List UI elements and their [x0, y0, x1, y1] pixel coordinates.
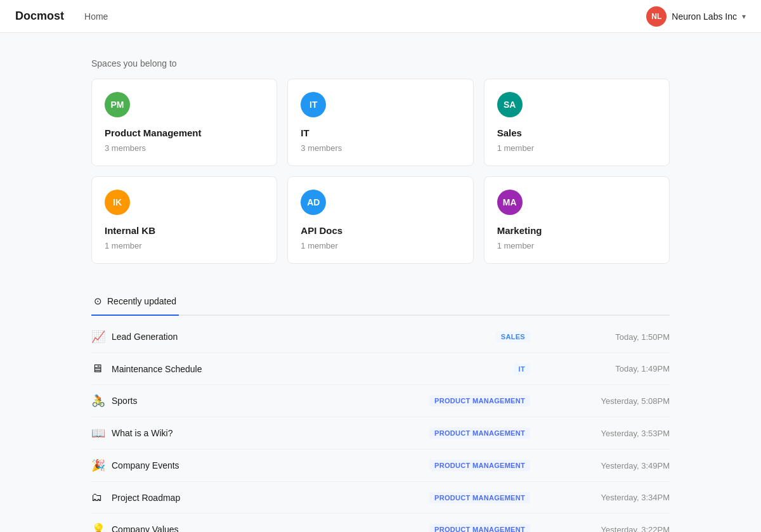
doc-row[interactable]: 💡 Company Values PRODUCT MANAGEMENT Yest… — [91, 514, 670, 532]
spaces-title: Spaces you belong to — [91, 58, 670, 68]
space-card[interactable]: SA Sales 1 member — [484, 79, 670, 166]
space-card[interactable]: AD API Docs 1 member — [287, 176, 473, 264]
space-icon: AD — [301, 190, 326, 215]
doc-emoji: 🎉 — [91, 458, 112, 472]
doc-space-badge: PRODUCT MANAGEMENT — [429, 395, 530, 406]
space-name: Product Management — [105, 127, 264, 138]
doc-row[interactable]: 🖥 Maintenance Schedule IT Today, 1:49PM — [91, 353, 670, 385]
space-name: Internal KB — [105, 225, 264, 236]
doc-title: Lead Generation — [112, 332, 496, 342]
org-avatar: NL — [646, 6, 667, 27]
org-switcher[interactable]: NL Neuron Labs Inc ▾ — [646, 6, 746, 27]
doc-title: Project Roadmap — [112, 493, 429, 503]
org-name: Neuron Labs Inc — [672, 11, 737, 22]
doc-space-badge: PRODUCT MANAGEMENT — [429, 492, 530, 503]
space-members: 1 member — [497, 143, 656, 153]
doc-emoji: 🚴 — [91, 394, 112, 408]
doc-time: Today, 1:49PM — [581, 364, 670, 373]
header: Docmost Home NL Neuron Labs Inc ▾ — [0, 0, 761, 33]
doc-space-badge: IT — [514, 363, 530, 375]
space-name: API Docs — [301, 225, 460, 236]
space-members: 1 member — [497, 241, 656, 250]
space-icon: PM — [105, 92, 130, 117]
space-icon: MA — [497, 190, 523, 215]
space-icon: IK — [105, 190, 130, 215]
space-members: 3 members — [301, 143, 460, 153]
doc-row[interactable]: 📖 What is a Wiki? PRODUCT MANAGEMENT Yes… — [91, 417, 670, 450]
space-card[interactable]: MA Marketing 1 member — [484, 176, 670, 264]
doc-emoji: 🖥 — [91, 362, 112, 375]
space-name: IT — [301, 127, 460, 138]
space-card[interactable]: IT IT 3 members — [287, 79, 473, 166]
recently-updated-section: ⊙ Recently updated 📈 Lead Generation SAL… — [91, 289, 670, 532]
doc-time: Yesterday, 3:49PM — [581, 461, 670, 470]
space-members: 3 members — [105, 143, 264, 153]
recently-updated-tab[interactable]: ⊙ Recently updated — [91, 289, 179, 316]
doc-space-badge: PRODUCT MANAGEMENT — [429, 460, 530, 471]
spaces-grid: PM Product Management 3 members IT IT 3 … — [91, 79, 670, 264]
doc-space-badge: PRODUCT MANAGEMENT — [429, 524, 530, 532]
spaces-section: Spaces you belong to PM Product Manageme… — [91, 58, 670, 264]
doc-title: Company Values — [112, 524, 429, 532]
doc-row[interactable]: 📈 Lead Generation SALES Today, 1:50PM — [91, 321, 670, 353]
doc-row[interactable]: 🗂 Project Roadmap PRODUCT MANAGEMENT Yes… — [91, 482, 670, 514]
space-card[interactable]: PM Product Management 3 members — [91, 79, 277, 166]
doc-space-badge: PRODUCT MANAGEMENT — [429, 427, 530, 439]
doc-time: Yesterday, 3:53PM — [581, 429, 670, 438]
doc-emoji: 📈 — [91, 330, 112, 344]
space-members: 1 member — [301, 241, 460, 250]
doc-emoji: 🗂 — [91, 491, 112, 504]
doc-time: Yesterday, 3:34PM — [581, 493, 670, 502]
doc-emoji: 📖 — [91, 426, 112, 440]
doc-row[interactable]: 🚴 Sports PRODUCT MANAGEMENT Yesterday, 5… — [91, 385, 670, 417]
doc-space-badge: SALES — [496, 331, 530, 342]
doc-title: What is a Wiki? — [112, 428, 429, 438]
space-name: Marketing — [497, 225, 656, 236]
logo: Docmost — [15, 10, 64, 23]
space-icon: SA — [497, 92, 523, 117]
doc-row[interactable]: 🎉 Company Events PRODUCT MANAGEMENT Yest… — [91, 450, 670, 482]
doc-title: Sports — [112, 396, 429, 406]
doc-title: Maintenance Schedule — [112, 364, 514, 374]
recently-updated-label: Recently updated — [107, 296, 176, 306]
header-left: Docmost Home — [15, 10, 108, 23]
nav-home[interactable]: Home — [84, 11, 108, 22]
tab-bar: ⊙ Recently updated — [91, 289, 670, 316]
doc-emoji: 💡 — [91, 522, 112, 532]
clock-icon: ⊙ — [94, 295, 102, 307]
doc-time: Yesterday, 5:08PM — [581, 396, 670, 406]
doc-time: Yesterday, 3:22PM — [581, 525, 670, 533]
chevron-down-icon: ▾ — [742, 12, 746, 21]
space-card[interactable]: IK Internal KB 1 member — [91, 176, 277, 264]
space-icon: IT — [301, 92, 326, 117]
space-members: 1 member — [105, 241, 264, 250]
doc-list: 📈 Lead Generation SALES Today, 1:50PM 🖥 … — [91, 321, 670, 532]
space-name: Sales — [497, 127, 656, 138]
main-content: Spaces you belong to PM Product Manageme… — [76, 33, 685, 532]
doc-title: Company Events — [112, 460, 429, 470]
doc-time: Today, 1:50PM — [581, 332, 670, 342]
